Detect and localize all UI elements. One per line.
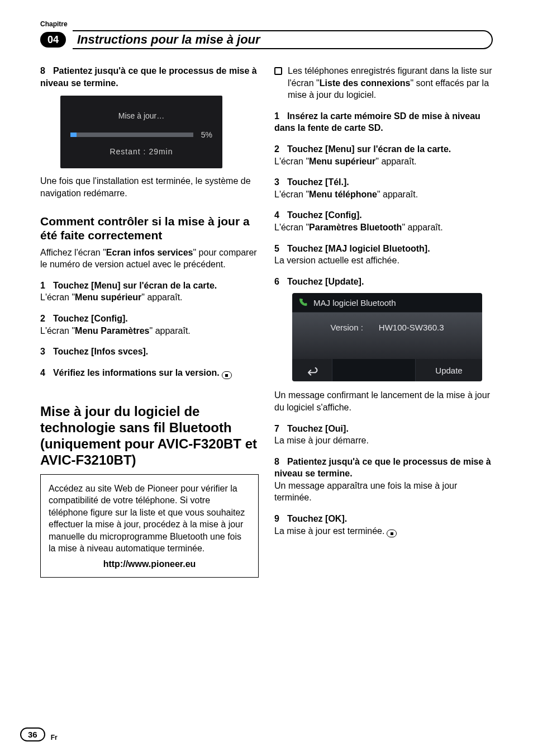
progress-remaining: Restant : 29min [70, 147, 212, 156]
txt: L'écran " [40, 292, 75, 302]
update-progress-screen: Mise à jour… 5% Restant : 29min [60, 96, 222, 168]
txt: L'écran " [274, 190, 309, 199]
chapter-header: 04 Instructions pour la mise à jour [40, 30, 493, 49]
txt: " apparaît. [402, 223, 442, 232]
r-step-9-sub: La mise à jour est terminée. [274, 525, 493, 538]
step-text: Touchez [OK]. [287, 514, 347, 523]
txt-bold: Menu supérieur [309, 157, 375, 166]
progress-track [70, 133, 193, 137]
bt-screen-title: MAJ logiciel Bluetooth [313, 298, 396, 308]
step-text: Touchez [Config]. [53, 314, 128, 323]
step-text: Touchez [Oui]. [287, 424, 349, 433]
step-text: Touchez [Infos svces]. [53, 347, 148, 356]
txt-bold: Menu Paramètres [75, 326, 149, 336]
step-number: 1 [40, 280, 45, 292]
chapter-label: Chapitre [40, 20, 493, 28]
chapter-title-wrap: Instructions pour la mise à jour [73, 30, 493, 49]
step-text: Touchez [Menu] sur l'écran de la carte. [53, 281, 217, 290]
back-arrow-icon [304, 365, 320, 376]
step-number: 2 [40, 313, 45, 325]
step-text: Touchez [Menu] sur l'écran de la carte. [287, 144, 451, 154]
end-marker-icon [222, 371, 232, 379]
r-step-1: 1Insérez la carte mémoire SD de mise à n… [274, 110, 493, 134]
step-number: 9 [274, 513, 279, 525]
step-number: 7 [274, 423, 279, 435]
r-step-3-sub: L'écran "Menu téléphone" apparaît. [274, 188, 493, 201]
txt-bold: Menu supérieur [75, 292, 141, 302]
after-install-text: Une fois que l'installation est terminée… [40, 175, 259, 199]
r-step-9: 9Touchez [OK]. [274, 513, 493, 525]
txt: L'écran " [274, 157, 309, 166]
r-step-2: 2Touchez [Menu] sur l'écran de la carte. [274, 143, 493, 155]
bt-footer-spacer [332, 359, 415, 381]
txt-bold: Paramètres Bluetooth [309, 223, 402, 232]
check-step-4: 4Vérifiez les informations sur la versio… [40, 367, 259, 380]
step-text: Patientez jusqu'à ce que le processus de… [274, 457, 491, 479]
txt: " apparaît. [377, 190, 418, 199]
step-text: Touchez [Tél.]. [287, 177, 349, 187]
step-number: 8 [274, 456, 279, 468]
update-button[interactable]: Update [415, 359, 482, 381]
txt: Affichez l'écran " [40, 248, 106, 257]
txt-bold: Liste des connexions [320, 78, 411, 88]
txt: L'écran " [40, 326, 75, 336]
r-step-5-sub: La version actuelle est affichée. [274, 254, 493, 267]
step-number: 5 [274, 243, 279, 255]
check-step-3: 3Touchez [Infos svces]. [40, 346, 259, 358]
info-box: Accédez au site Web de Pioneer pour véri… [40, 474, 259, 578]
check-step-1-sub: L'écran "Menu supérieur" apparaît. [40, 291, 259, 304]
txt: " apparaît. [375, 157, 416, 166]
bt-version-value: HW100-SW360.3 [379, 323, 444, 332]
step-number: 3 [40, 346, 45, 358]
step-number: 4 [40, 367, 45, 379]
page-footer: 36 Fr [20, 727, 58, 741]
step-number: 1 [274, 110, 279, 122]
chapter-number-badge: 04 [40, 32, 66, 48]
note-bullet: Les téléphones enregistrés figurant dans… [274, 65, 493, 101]
info-box-url: http://www.pioneer.eu [49, 558, 250, 570]
step-8: 8Patientez jusqu'à ce que le processus d… [40, 65, 259, 89]
r-step-5: 5Touchez [MAJ logiciel Bluetooth]. [274, 243, 493, 255]
left-column: 8Patientez jusqu'à ce que le processus d… [40, 65, 259, 578]
step-number: 3 [274, 176, 279, 188]
check-step-2: 2Touchez [Config]. [40, 313, 259, 325]
progress-percent: 5% [201, 130, 212, 139]
check-heading: Comment contrôler si la mise à jour a ét… [40, 215, 259, 242]
check-intro: Affichez l'écran "Ecran infos services" … [40, 247, 259, 271]
step-text: Patientez jusqu'à ce que le processus de… [40, 66, 257, 88]
progress-fill [70, 133, 77, 137]
step-text: Touchez [Update]. [287, 277, 364, 286]
step-text: Touchez [Config]. [287, 210, 362, 220]
r-step-3: 3Touchez [Tél.]. [274, 176, 493, 188]
r-step-8: 8Patientez jusqu'à ce que le processus d… [274, 456, 493, 480]
right-column: Les téléphones enregistrés figurant dans… [274, 65, 493, 578]
txt: La mise à jour est terminée. [274, 526, 384, 536]
check-step-2-sub: L'écran "Menu Paramètres" apparaît. [40, 325, 259, 337]
back-button[interactable] [292, 359, 332, 381]
progress-row: 5% [70, 130, 212, 139]
phone-icon [298, 297, 308, 308]
screen-title: Mise à jour… [70, 111, 212, 120]
bt-screen-footer: Update [292, 359, 482, 381]
language-code: Fr [51, 734, 58, 741]
r-step-4-sub: L'écran "Paramètres Bluetooth" apparaît. [274, 221, 493, 234]
end-marker-icon [387, 530, 397, 537]
step-number: 6 [274, 276, 279, 288]
step-text: Touchez [MAJ logiciel Bluetooth]. [287, 244, 430, 253]
bt-version-label: Version : [330, 323, 363, 332]
check-step-1: 1Touchez [Menu] sur l'écran de la carte. [40, 280, 259, 292]
chapter-title: Instructions pour la mise à jour [77, 32, 260, 47]
bt-screen-body: Version : HW100-SW360.3 [292, 313, 482, 359]
info-box-text: Accédez au site Web de Pioneer pour véri… [49, 483, 250, 555]
step-text: Insérez la carte mémoire SD de mise à ni… [274, 111, 480, 133]
r-step-8-sub: Un message apparaîtra une fois la mise à… [274, 480, 493, 504]
r-step-6: 6Touchez [Update]. [274, 276, 493, 288]
bluetooth-update-screen: MAJ logiciel Bluetooth Version : HW100-S… [292, 293, 482, 381]
step-number: 8 [40, 65, 45, 77]
bt-screen-header: MAJ logiciel Bluetooth [292, 293, 482, 313]
txt-bold: Menu téléphone [309, 190, 377, 199]
txt: " apparaît. [141, 292, 182, 302]
page-number: 36 [20, 727, 45, 741]
r-step-2-sub: L'écran "Menu supérieur" apparaît. [274, 155, 493, 168]
txt: L'écran " [274, 223, 309, 232]
